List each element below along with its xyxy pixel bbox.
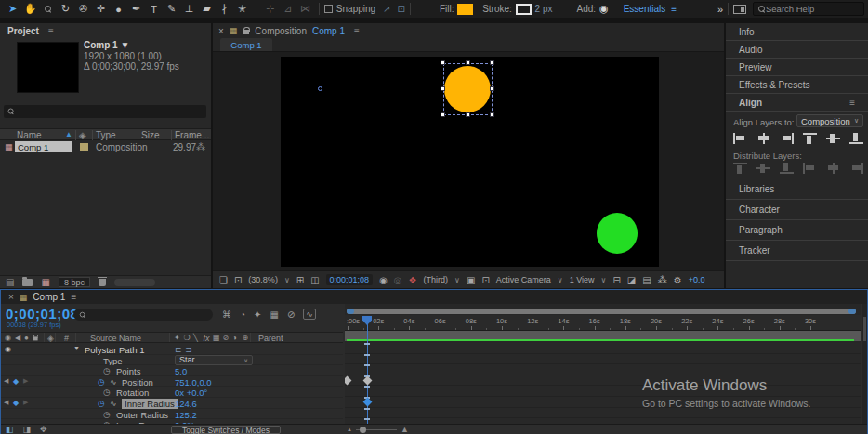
timeline-row-rotation[interactable]: ◷Rotation0x +0.0°	[1, 387, 343, 398]
align-left-icon[interactable]	[733, 133, 747, 144]
draft-3d-icon[interactable]: ◔	[240, 309, 245, 320]
timeline-vertical-scrollbar[interactable]	[862, 304, 867, 424]
scrollbar-left-cap[interactable]	[347, 309, 354, 314]
column-type[interactable]: Type	[96, 130, 116, 140]
solo-icon[interactable]: ●	[24, 334, 29, 342]
selection-handle[interactable]	[490, 60, 494, 65]
selection-handle[interactable]	[441, 86, 445, 91]
twirl-down-icon[interactable]: ▼	[73, 345, 80, 351]
keyframe-toggle-icon[interactable]: ◆	[13, 399, 19, 407]
timeline-button-icon[interactable]: ▤	[642, 275, 651, 285]
property-value[interactable]: 751.0,0.0	[175, 377, 212, 388]
previous-keyframe-icon[interactable]: ◀	[4, 377, 8, 385]
fast-previews-icon[interactable]: ◪	[627, 275, 636, 285]
property-label[interactable]: Position	[122, 377, 153, 388]
lock-icon[interactable]	[243, 27, 249, 34]
toggle-switches-modes-button[interactable]: Toggle Switches / Modes	[171, 426, 281, 434]
project-item-row[interactable]: ▦ Comp 1 Composition 29.97 ⁂	[0, 141, 211, 153]
hide-shy-layers-icon[interactable]: ✦	[254, 309, 261, 320]
property-value[interactable]: 5.0	[175, 366, 187, 376]
shape-tool[interactable]: ●	[112, 2, 126, 17]
column-parent[interactable]: Parent	[258, 334, 283, 343]
new-folder-icon[interactable]	[22, 279, 33, 286]
workspace-menu-icon[interactable]: ≡	[671, 4, 677, 14]
camera-view-select[interactable]: Active Camera	[496, 275, 551, 284]
selection-handle[interactable]	[441, 112, 445, 117]
selection-handle[interactable]	[466, 60, 470, 65]
stroke-width-value[interactable]: 2 px	[535, 4, 553, 14]
graph-editor-icon[interactable]: ∿	[303, 309, 316, 320]
selection-handle[interactable]	[490, 86, 494, 91]
quality-icon[interactable]: ╲	[193, 334, 198, 342]
track-row[interactable]	[345, 343, 861, 354]
composition-canvas[interactable]	[281, 57, 659, 267]
snap-along-edges-icon[interactable]: ↗	[383, 4, 390, 14]
project-panel-menu-icon[interactable]: ≡	[48, 26, 54, 36]
timeline-row-inner-radius[interactable]: ◀◆▶◷∿Inner Radius124.6	[1, 398, 343, 409]
panel-align-header[interactable]: Align ≡	[726, 94, 868, 112]
video-eye-icon[interactable]: ◉	[5, 345, 11, 353]
group-label[interactable]: Polystar Path 1	[85, 345, 144, 355]
project-item-name[interactable]: Comp 1	[15, 141, 72, 152]
collapse-transformations-icon[interactable]: ❍	[184, 334, 191, 342]
sidebar-panel-paragraph[interactable]: Paragraph	[726, 220, 868, 241]
timeline-track-area[interactable]: :00s02s04s06s08s10s12s14s16s18s20s22s24s…	[345, 304, 861, 424]
in-out-pane-icon[interactable]: ✥	[40, 425, 47, 434]
layer-anchor-point[interactable]	[318, 86, 322, 91]
video-eye-icon[interactable]: ◉	[5, 334, 11, 342]
project-search-box[interactable]	[4, 105, 206, 118]
panel-menu-icon[interactable]: ≡	[354, 26, 360, 36]
comp-info-name[interactable]: Comp 1 ▼	[84, 40, 179, 51]
primary-viewer-icon[interactable]: ⊡	[234, 275, 242, 285]
always-preview-icon[interactable]: ❏	[219, 275, 228, 285]
timeline-row-position[interactable]: ◀◆▶◷∿Position751.0,0.0	[1, 376, 343, 388]
align-right-icon[interactable]	[780, 133, 794, 144]
keyframe-toggle-icon[interactable]: ◆	[13, 377, 19, 386]
property-label[interactable]: Rotation	[116, 388, 149, 398]
panel-title[interactable]: Composition	[255, 26, 307, 36]
property-label[interactable]: Inner Radius	[122, 399, 178, 409]
clone-stamp-tool[interactable]: ⊥	[182, 2, 197, 17]
grid-options-icon[interactable]: ⊞	[296, 275, 304, 285]
overflow-chevrons[interactable]: »	[717, 4, 723, 15]
selection-tool[interactable]: ➤	[6, 2, 20, 17]
motion-blur-column-icon[interactable]: ⊘	[223, 334, 230, 342]
add-menu-icon[interactable]: ◉	[599, 3, 609, 15]
property-value[interactable]: 0x +0.0°	[175, 388, 207, 398]
audio-speaker-icon[interactable]: ◀	[15, 334, 20, 342]
pen-tool[interactable]: ✒	[129, 2, 144, 17]
timeline-horizontal-scrollbar[interactable]	[347, 309, 856, 314]
toggle-mask-paths-icon[interactable]: ⊡	[481, 275, 489, 285]
expression-graph-icon[interactable]: ∿	[110, 377, 117, 387]
work-area-bar[interactable]	[345, 331, 861, 341]
column-name[interactable]: Name	[17, 130, 42, 140]
zoom-slider-knob[interactable]	[360, 427, 366, 433]
scrollbar-right-cap[interactable]	[848, 309, 856, 314]
expression-graph-icon[interactable]: ∿	[110, 399, 117, 408]
help-search-box[interactable]	[753, 2, 864, 16]
snapshot-icon[interactable]: ◉	[379, 275, 388, 285]
magnification-select[interactable]: (30.8%)	[248, 275, 278, 284]
path-direction-icon[interactable]: ⊏	[175, 345, 182, 354]
zoom-slider-track[interactable]	[356, 429, 397, 430]
close-icon[interactable]: ×	[8, 292, 14, 302]
rotation-tool[interactable]: ↻	[59, 2, 73, 17]
column-frame[interactable]: Frame ..	[175, 130, 209, 140]
project-column-header[interactable]: Name ▲ ◈ Type Size Frame ..	[0, 128, 211, 140]
shy-column-icon[interactable]: ✦	[174, 334, 180, 342]
comp-viewer-tab[interactable]: Comp 1	[220, 38, 272, 51]
motion-blur-icon[interactable]: ⊘	[287, 309, 295, 320]
align-bottom-icon[interactable]	[849, 133, 863, 144]
camera-tool[interactable]: ✇	[76, 2, 91, 17]
stroke-color-swatch[interactable]	[516, 4, 532, 15]
hand-tool[interactable]: ✋	[23, 2, 38, 17]
selection-handle[interactable]	[490, 112, 494, 117]
fill-color-swatch[interactable]	[457, 4, 473, 15]
sidebar-panel-effects-presets[interactable]: Effects & Presets	[726, 76, 868, 94]
next-keyframe-icon[interactable]: ▶	[23, 399, 28, 406]
view-layout-select[interactable]: 1 View	[570, 275, 595, 284]
adjustment-layer-icon[interactable]: ◑	[232, 334, 237, 342]
pixel-aspect-icon[interactable]: ⊟	[612, 275, 620, 285]
stopwatch-icon[interactable]: ◷	[103, 410, 111, 419]
label-color-swatch[interactable]	[80, 143, 88, 151]
